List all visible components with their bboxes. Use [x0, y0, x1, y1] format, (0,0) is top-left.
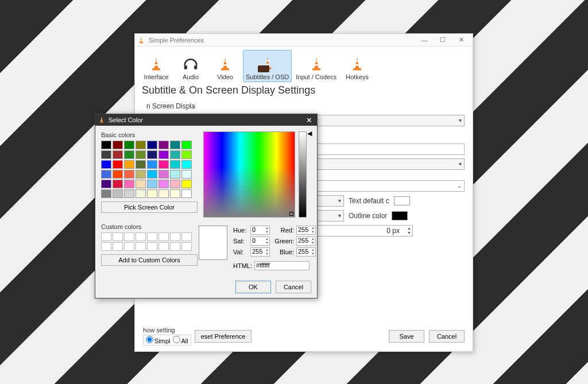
- text-color-swatch[interactable]: [394, 196, 410, 205]
- basic-color-swatch[interactable]: [113, 150, 123, 159]
- basic-color-swatch[interactable]: [124, 150, 134, 159]
- color-dialog-close-button[interactable]: ✕: [304, 116, 314, 125]
- value-strip[interactable]: ◀: [299, 131, 307, 218]
- prefs-toolbar: Interface Audio Video Subtitles / OSD In…: [135, 46, 473, 83]
- radio-all[interactable]: All: [173, 336, 188, 344]
- tab-subtitles-osd[interactable]: Subtitles / OSD: [243, 50, 292, 82]
- maximize-button[interactable]: ☐: [434, 35, 452, 45]
- basic-color-swatch[interactable]: [113, 189, 123, 198]
- pick-screen-color-button[interactable]: Pick Screen Color: [101, 201, 198, 213]
- basic-color-swatch[interactable]: [181, 170, 192, 179]
- tab-audio[interactable]: Audio: [174, 50, 207, 82]
- basic-color-swatch[interactable]: [101, 150, 111, 159]
- tab-video[interactable]: Video: [208, 50, 242, 82]
- basic-color-swatch[interactable]: [170, 189, 180, 198]
- window-title: Simple Preferences: [149, 37, 415, 44]
- basic-color-swatch[interactable]: [147, 180, 157, 188]
- custom-color-slot[interactable]: [181, 232, 192, 241]
- basic-color-swatch[interactable]: [181, 150, 192, 159]
- custom-color-slot[interactable]: [147, 232, 157, 241]
- tab-interface[interactable]: Interface: [140, 50, 173, 82]
- basic-color-swatch[interactable]: [113, 180, 123, 188]
- basic-color-swatch[interactable]: [158, 170, 169, 179]
- custom-color-slot[interactable]: [158, 242, 169, 251]
- add-to-custom-colors-button[interactable]: Add to Custom Colors: [101, 254, 198, 266]
- minimize-button[interactable]: —: [415, 35, 434, 45]
- sat-label: Sat:: [233, 238, 248, 245]
- basic-color-swatch[interactable]: [147, 150, 157, 159]
- blue-input[interactable]: 255▲▼: [296, 247, 316, 257]
- custom-color-slot[interactable]: [101, 232, 111, 241]
- basic-color-swatch[interactable]: [136, 160, 146, 169]
- close-button[interactable]: ✕: [452, 35, 470, 45]
- basic-color-swatch[interactable]: [136, 170, 146, 179]
- custom-color-slot[interactable]: [113, 242, 123, 251]
- save-button[interactable]: Save: [389, 330, 424, 343]
- basic-color-swatch[interactable]: [124, 170, 134, 179]
- basic-color-swatch[interactable]: [136, 141, 146, 149]
- basic-color-swatch[interactable]: [147, 160, 157, 169]
- custom-color-slot[interactable]: [158, 232, 169, 241]
- basic-color-swatch[interactable]: [181, 189, 192, 198]
- gradient-crosshair[interactable]: [289, 212, 293, 216]
- color-gradient-picker[interactable]: [203, 131, 295, 218]
- basic-color-swatch[interactable]: [113, 141, 123, 149]
- basic-color-swatch[interactable]: [158, 180, 169, 188]
- basic-color-swatch[interactable]: [170, 160, 180, 169]
- red-input[interactable]: 255▲▼: [296, 226, 316, 235]
- custom-color-slot[interactable]: [113, 232, 123, 241]
- basic-color-swatch[interactable]: [124, 160, 134, 169]
- basic-color-swatch[interactable]: [170, 141, 180, 149]
- val-input[interactable]: 255▲▼: [250, 247, 270, 257]
- reset-preferences-button[interactable]: eset Preference: [195, 330, 252, 343]
- custom-color-slot[interactable]: [170, 232, 180, 241]
- custom-color-slot[interactable]: [124, 242, 134, 251]
- basic-color-swatch[interactable]: [124, 189, 134, 198]
- basic-color-swatch[interactable]: [136, 189, 146, 198]
- basic-color-swatch[interactable]: [136, 150, 146, 159]
- radio-simple[interactable]: Simpl: [146, 336, 171, 344]
- custom-color-slot[interactable]: [136, 242, 146, 251]
- custom-color-slot[interactable]: [101, 242, 111, 251]
- basic-color-swatch[interactable]: [101, 170, 111, 179]
- basic-color-swatch[interactable]: [147, 170, 157, 179]
- color-cancel-button[interactable]: Cancel: [276, 281, 311, 293]
- green-input[interactable]: 255▲▼: [296, 236, 316, 246]
- basic-color-swatch[interactable]: [170, 170, 180, 179]
- ok-button[interactable]: OK: [235, 281, 271, 293]
- basic-color-swatch[interactable]: [170, 180, 180, 188]
- custom-color-slot[interactable]: [170, 242, 180, 251]
- basic-color-swatch[interactable]: [147, 189, 157, 198]
- basic-color-swatch[interactable]: [113, 160, 123, 169]
- outline-color-swatch[interactable]: [392, 211, 408, 220]
- basic-color-swatch[interactable]: [101, 189, 111, 198]
- tab-input-codecs[interactable]: Input / Codecs: [293, 50, 339, 82]
- basic-color-swatch[interactable]: [124, 141, 134, 149]
- basic-color-swatch[interactable]: [158, 150, 169, 159]
- html-input[interactable]: #ffffff: [254, 261, 310, 270]
- basic-color-swatch[interactable]: [181, 160, 192, 169]
- basic-color-swatch[interactable]: [124, 180, 134, 188]
- hue-input[interactable]: 0▲▼: [250, 226, 270, 235]
- basic-color-swatch[interactable]: [147, 141, 157, 149]
- basic-color-swatch[interactable]: [113, 170, 123, 179]
- tab-hotkeys[interactable]: Hotkeys: [341, 50, 374, 82]
- basic-color-swatch[interactable]: [101, 160, 111, 169]
- basic-color-swatch[interactable]: [101, 180, 111, 188]
- custom-color-slot[interactable]: [136, 232, 146, 241]
- custom-color-slot[interactable]: [147, 242, 157, 251]
- svg-rect-0: [140, 42, 144, 43]
- custom-color-slot[interactable]: [181, 242, 192, 251]
- basic-color-swatch[interactable]: [158, 160, 169, 169]
- cancel-button[interactable]: Cancel: [429, 330, 465, 343]
- basic-color-swatch[interactable]: [101, 141, 111, 149]
- basic-color-swatch[interactable]: [181, 141, 192, 149]
- basic-color-swatch[interactable]: [158, 141, 169, 149]
- custom-color-slot[interactable]: [124, 232, 134, 241]
- basic-color-swatch[interactable]: [170, 150, 180, 159]
- chevron-down-icon: ⌄: [457, 183, 462, 189]
- basic-color-swatch[interactable]: [136, 180, 146, 188]
- basic-color-swatch[interactable]: [158, 189, 169, 198]
- basic-color-swatch[interactable]: [181, 180, 192, 188]
- sat-input[interactable]: 0▲▼: [250, 236, 270, 246]
